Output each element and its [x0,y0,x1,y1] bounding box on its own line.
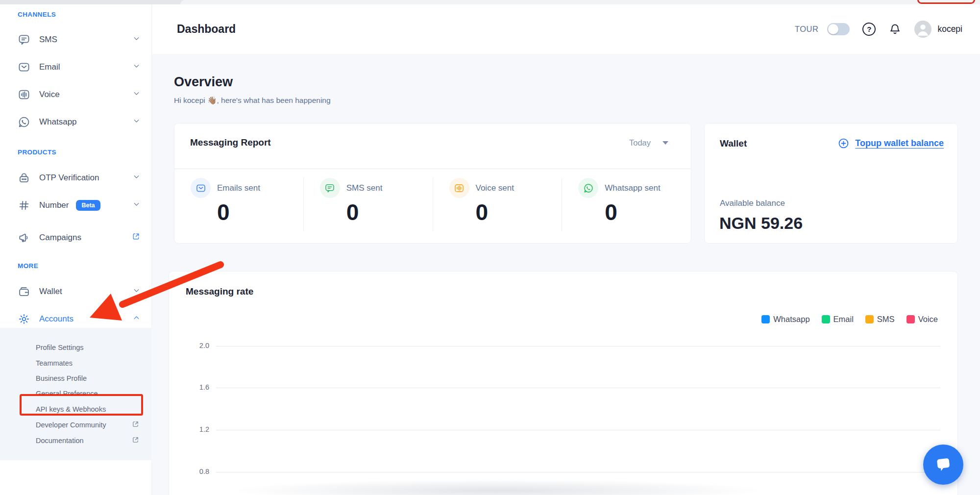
stat-value: 0 [605,199,691,225]
legend-swatch-voice [906,315,915,323]
sidebar-item-email[interactable]: Email [18,57,140,77]
whatsapp-icon [18,116,31,129]
stat-value: 0 [476,199,562,225]
notifications-bell-icon[interactable] [888,23,902,36]
sidebar-item-label: SMS [39,35,57,45]
sidebar-item-label: Wallet [39,287,62,297]
sidebar-item-number[interactable]: Number Beta [18,196,140,215]
red-annotation-arrow [74,252,230,326]
stat-sms-sent: SMS sent 0 [303,178,433,231]
wallet-icon [18,285,31,298]
gridline [216,388,940,388]
stat-value: 0 [217,199,303,225]
sidebar-item-label: Voice [39,90,60,99]
submenu-label: Developer Community [36,421,106,429]
submenu-label: Teammates [36,359,73,367]
y-tick-label: 1.6 [188,383,209,391]
y-tick-label: 2.0 [188,342,209,349]
submenu-label: Documentation [36,437,84,445]
sidebar-item-whatsapp[interactable]: Whatsapp [18,112,140,132]
y-tick-label: 1.2 [188,425,209,433]
envelope-icon [18,61,31,74]
submenu-label: Business Profile [36,374,87,382]
caret-down-icon [662,141,668,145]
legend-swatch-whatsapp [761,315,770,323]
submenu-label: Profile Settings [36,344,84,351]
legend-label: SMS [877,315,895,324]
sidebar: CHANNELS SMS Email Voice Whatsapp PRODUC… [0,4,152,495]
stat-whatsapp-sent: Whatsapp sent 0 [562,178,691,231]
sidebar-item-sms[interactable]: SMS [18,30,140,50]
topup-wallet-link[interactable]: Topup wallet balance [837,137,944,149]
submenu-item-profile-settings[interactable]: Profile Settings [36,341,146,354]
sidebar-item-label: Campaigns [39,233,81,243]
chevron-down-icon [133,62,140,72]
messaging-rate-card: Messaging rate Whatsapp Email SMS Voice … [169,271,958,495]
gridline-row: 2.0 [169,342,957,351]
legend-voice: Voice [906,315,938,324]
chevron-down-icon [133,90,140,99]
megaphone-icon [18,231,31,245]
submenu-item-business-profile[interactable]: Business Profile [36,371,146,385]
wallet-card: Wallet Topup wallet balance Available ba… [704,123,958,244]
gridline [216,430,940,430]
stat-emails-sent: Emails sent 0 [174,178,303,231]
sidebar-item-otp-verification[interactable]: OTP Verification [18,168,140,188]
external-link-icon [132,232,140,243]
chevron-down-icon [133,117,140,127]
stat-label: SMS sent [346,183,383,193]
chevron-down-icon [133,35,140,45]
sidebar-item-campaigns[interactable]: Campaigns [18,228,140,248]
gridline-row: 0.8 [169,468,957,477]
period-value: Today [629,138,651,148]
stat-value: 0 [346,199,433,225]
gridline [216,472,940,472]
top-header: Dashboard TOUR ? kocepi [152,4,980,54]
gear-icon [18,313,31,326]
user-menu[interactable]: kocepi [914,21,962,38]
wallet-title: Wallet [720,138,747,149]
submenu-item-teammates[interactable]: Teammates [36,356,146,370]
toggle-knob [828,24,838,34]
plus-circle-icon [837,137,850,149]
gridline-row: 1.2 [169,425,957,435]
available-balance-value: NGN 59.26 [719,214,803,233]
sms-chat-icon [18,33,31,47]
lock-icon [18,172,31,185]
avatar [914,21,931,38]
chat-widget-button[interactable] [923,445,963,485]
submenu-item-developer-community[interactable]: Developer Community [36,418,146,432]
red-annotation-rectangle [20,394,143,416]
sidebar-item-voice[interactable]: Voice [18,85,140,104]
help-icon[interactable]: ? [862,23,876,36]
dashboard-page: CHANNELS SMS Email Voice Whatsapp PRODUC… [0,0,980,495]
submenu-item-documentation[interactable]: Documentation [36,434,146,447]
sidebar-item-label: OTP Verification [39,173,99,183]
sidebar-item-label: Whatsapp [39,117,77,127]
envelope-icon [191,178,211,198]
chevron-down-icon [133,200,140,210]
legend-swatch-sms [865,315,874,323]
stat-label: Whatsapp sent [605,183,660,193]
legend-label: Email [833,315,854,324]
beta-badge: Beta [76,200,100,211]
chat-bubble-icon [933,455,953,474]
red-annotation-oval [917,0,975,4]
sidebar-section-channels: CHANNELS [18,11,56,18]
stat-voice-sent: Voice sent 0 [433,178,562,231]
gridline [216,346,940,346]
overview-title: Overview [174,74,233,90]
legend-email: Email [822,315,854,324]
legend-label: Voice [918,315,938,324]
topup-link-text: Topup wallet balance [855,138,944,148]
sidebar-item-label: Number [39,200,69,210]
available-balance-label: Available balance [720,198,785,208]
tour-toggle[interactable] [827,23,850,35]
chart-legend: Whatsapp Email SMS Voice [761,315,938,324]
period-dropdown[interactable]: Today [629,138,668,148]
sidebar-item-label: Email [39,62,60,72]
sidebar-section-products: PRODUCTS [18,148,56,156]
legend-whatsapp: Whatsapp [761,315,809,324]
hash-icon [18,199,31,212]
whatsapp-icon [578,178,598,198]
